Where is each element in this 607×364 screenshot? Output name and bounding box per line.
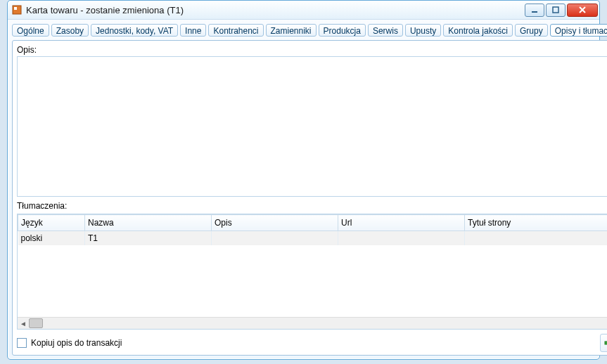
- tab-upusty[interactable]: Upusty: [405, 24, 441, 37]
- bottom-row: Kopiuj opis do transakcji: [17, 334, 607, 352]
- svg-rect-2: [532, 11, 537, 13]
- tab-content: Opis: Tłumaczenia:: [12, 40, 607, 356]
- tab-serwis[interactable]: Serwis: [368, 24, 403, 37]
- tab-inne[interactable]: Inne: [180, 24, 206, 37]
- window-title: Karta towaru - zostanie zmieniona (T1): [26, 5, 523, 15]
- add-button[interactable]: [600, 334, 607, 352]
- tab-ogolne[interactable]: Ogólne: [12, 24, 49, 37]
- tabstrip: Ogólne Zasoby Jednostki, kody, VAT Inne …: [12, 22, 607, 38]
- plus-icon: [603, 337, 607, 349]
- maximize-button[interactable]: [546, 4, 566, 17]
- svg-rect-1: [14, 7, 17, 10]
- col-url[interactable]: Url: [338, 215, 465, 231]
- tab-kontrola-jakosci[interactable]: Kontrola jakości: [443, 24, 513, 37]
- scroll-thumb[interactable]: [29, 318, 43, 328]
- col-tytul-strony[interactable]: Tytuł strony: [465, 215, 608, 231]
- tab-grupy[interactable]: Grupy: [515, 24, 548, 37]
- translations-table[interactable]: Język Nazwa Opis Url Tytuł strony: [18, 214, 607, 245]
- col-opis[interactable]: Opis: [212, 215, 338, 231]
- window: Karta towaru - zostanie zmieniona (T1) O…: [7, 0, 600, 360]
- main-panel: Ogólne Zasoby Jednostki, kody, VAT Inne …: [8, 20, 607, 360]
- opis-label: Opis:: [17, 45, 607, 55]
- table-horizontal-scrollbar[interactable]: ◄ ►: [18, 317, 607, 329]
- tab-zamienniki[interactable]: Zamienniki: [266, 24, 317, 37]
- scroll-left-icon[interactable]: ◄: [18, 318, 29, 328]
- tab-produkcja[interactable]: Produkcja: [319, 24, 366, 37]
- app-icon: [12, 5, 22, 15]
- cell-tytul[interactable]: [465, 231, 608, 246]
- checkbox-box[interactable]: [17, 338, 27, 348]
- translations-table-wrap: Język Nazwa Opis Url Tytuł strony: [17, 214, 607, 330]
- opis-textarea-wrap: [17, 56, 607, 197]
- table-header-row: Język Nazwa Opis Url Tytuł strony: [18, 215, 608, 231]
- tab-zasoby[interactable]: Zasoby: [51, 24, 89, 37]
- cell-nazwa[interactable]: T1: [85, 231, 212, 246]
- copy-opis-checkbox[interactable]: Kopiuj opis do transakcji: [17, 338, 122, 348]
- cell-opis[interactable]: [212, 231, 338, 246]
- svg-rect-3: [553, 7, 558, 13]
- table-row[interactable]: polski T1: [18, 231, 608, 246]
- titlebar: Karta towaru - zostanie zmieniona (T1): [8, 1, 599, 20]
- col-jezyk[interactable]: Język: [18, 215, 85, 231]
- tlumaczenia-label: Tłumaczenia:: [17, 201, 607, 211]
- minimize-button[interactable]: [525, 4, 544, 17]
- checkbox-label: Kopiuj opis do transakcji: [31, 338, 122, 348]
- tab-opisy-i-tlumaczenia[interactable]: Opisy i tłumaczenia: [550, 24, 607, 37]
- close-button[interactable]: [567, 4, 598, 17]
- cell-url[interactable]: [338, 231, 465, 246]
- cell-jezyk[interactable]: polski: [18, 231, 85, 246]
- opis-textarea[interactable]: [18, 57, 607, 196]
- col-nazwa[interactable]: Nazwa: [85, 215, 212, 231]
- tab-jednostki-kody-vat[interactable]: Jednostki, kody, VAT: [91, 24, 178, 37]
- tab-kontrahenci[interactable]: Kontrahenci: [208, 24, 263, 37]
